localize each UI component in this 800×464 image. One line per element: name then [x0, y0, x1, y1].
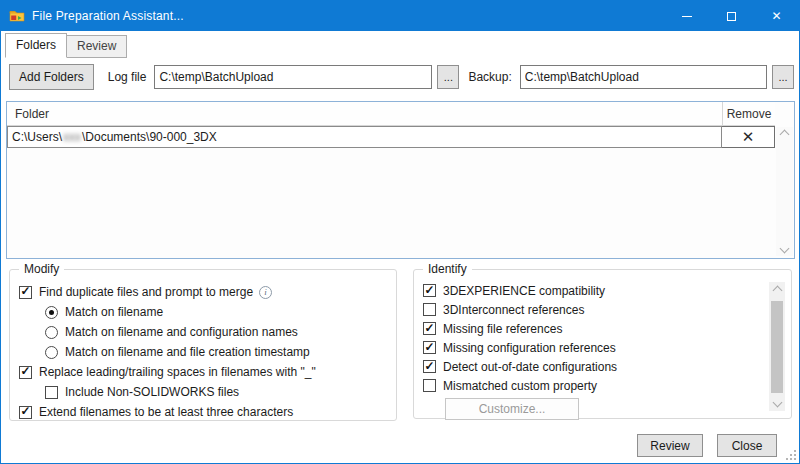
log-file-label: Log file [108, 70, 147, 84]
log-file-browse-button[interactable]: ... [437, 65, 459, 89]
minimize-button[interactable] [664, 1, 709, 31]
interconnect-label: 3DInterconnect references [443, 303, 584, 317]
mismatched-property-checkbox[interactable] [423, 379, 436, 392]
backup-input[interactable] [520, 65, 767, 89]
identify-scrollbar[interactable] [769, 282, 785, 411]
title-bar: File Preparation Assistant... ✕ [1, 1, 799, 31]
remove-column-header: Remove [722, 102, 775, 126]
maximize-icon [727, 12, 736, 21]
include-non-solidworks-option[interactable]: Include Non-SOLIDWORKS files [45, 382, 388, 402]
missing-config-refs-checkbox[interactable] [423, 341, 436, 354]
window-controls: ✕ [664, 1, 799, 31]
find-duplicates-checkbox[interactable] [19, 286, 32, 299]
match-filename-label: Match on filename [65, 305, 163, 319]
interconnect-option[interactable]: 3DInterconnect references [423, 300, 761, 319]
scroll-down-icon[interactable] [772, 398, 782, 408]
out-of-date-configs-checkbox[interactable] [423, 360, 436, 373]
identify-group-title: Identify [423, 262, 472, 276]
tab-folders[interactable]: Folders [5, 33, 67, 58]
out-of-date-configs-option[interactable]: Detect out-of-date configurations [423, 357, 761, 376]
match-timestamp-label: Match on filename and file creation time… [65, 345, 310, 359]
mismatched-property-label: Mismatched custom property [443, 379, 597, 393]
missing-config-refs-option[interactable]: Missing configuration references [423, 338, 761, 357]
maximize-button[interactable] [709, 1, 754, 31]
path-prefix: C:\Users\ [12, 130, 62, 144]
customize-row: Customize... [445, 398, 761, 420]
folder-list-panel: Folder Remove C:\Users\xxx\Documents\90-… [6, 101, 795, 259]
modify-group-title: Modify [19, 262, 64, 276]
folder-table-header: Folder Remove [7, 102, 775, 126]
compatibility-label: 3DEXPERIENCE compatibility [443, 284, 605, 298]
tab-bar: Folders Review [5, 33, 127, 58]
scrollbar-thumb[interactable] [771, 301, 783, 393]
add-folders-button[interactable]: Add Folders [9, 64, 94, 90]
table-row: C:\Users\xxx\Documents\90-000_3DX ✕ [7, 126, 775, 148]
match-config-radio[interactable] [45, 326, 58, 339]
extend-filenames-checkbox[interactable] [19, 406, 32, 419]
out-of-date-configs-label: Detect out-of-date configurations [443, 360, 617, 374]
app-folder-icon [9, 8, 25, 24]
path-redacted-username: xxx [63, 130, 81, 144]
close-window-button[interactable]: ✕ [754, 1, 799, 31]
mismatched-property-option[interactable]: Mismatched custom property [423, 376, 761, 395]
match-config-option[interactable]: Match on filename and configuration name… [45, 322, 388, 342]
replace-spaces-checkbox[interactable] [19, 366, 32, 379]
scroll-down-icon[interactable] [780, 244, 790, 254]
window-title: File Preparation Assistant... [32, 9, 184, 23]
backup-label: Backup: [468, 70, 511, 84]
match-timestamp-option[interactable]: Match on filename and file creation time… [45, 342, 388, 362]
replace-spaces-option[interactable]: Replace leading/trailing spaces in filen… [19, 362, 388, 382]
toolbar: Add Folders Log file ... Backup: ... [9, 63, 794, 91]
include-non-solidworks-label: Include Non-SOLIDWORKS files [65, 385, 239, 399]
scroll-up-icon[interactable] [780, 130, 790, 140]
match-filename-radio[interactable] [45, 306, 58, 319]
folder-path-cell[interactable]: C:\Users\xxx\Documents\90-000_3DX [7, 126, 722, 148]
compatibility-checkbox[interactable] [423, 284, 436, 297]
interconnect-checkbox[interactable] [423, 303, 436, 316]
missing-file-refs-option[interactable]: Missing file references [423, 319, 761, 338]
review-button[interactable]: Review [637, 434, 703, 457]
close-button[interactable]: Close [717, 434, 777, 457]
folder-column-header: Folder [7, 102, 722, 126]
identify-group: Identify 3DEXPERIENCE compatibility 3DIn… [413, 269, 792, 419]
find-duplicates-label: Find duplicate files and prompt to merge [39, 285, 253, 299]
modify-group: Modify Find duplicate files and prompt t… [9, 269, 397, 421]
info-icon[interactable]: i [259, 286, 272, 299]
find-duplicates-option[interactable]: Find duplicate files and prompt to merge… [19, 282, 388, 302]
folder-list-scrollbar[interactable] [776, 127, 793, 256]
backup-browse-button[interactable]: ... [772, 65, 794, 89]
remove-folder-button[interactable]: ✕ [722, 126, 775, 148]
customize-button[interactable]: Customize... [445, 398, 579, 420]
match-filename-option[interactable]: Match on filename [45, 302, 388, 322]
scroll-up-icon[interactable] [772, 286, 782, 296]
log-file-input[interactable] [154, 65, 432, 89]
resize-grip[interactable] [786, 450, 796, 460]
missing-config-refs-label: Missing configuration references [443, 341, 616, 355]
match-config-label: Match on filename and configuration name… [65, 325, 298, 339]
file-preparation-assistant-window: File Preparation Assistant... ✕ Folders … [0, 0, 800, 464]
extend-filenames-label: Extend filenames to be at least three ch… [39, 405, 293, 419]
minimize-icon [682, 16, 692, 17]
include-non-solidworks-checkbox[interactable] [45, 386, 58, 399]
compatibility-option[interactable]: 3DEXPERIENCE compatibility [423, 281, 761, 300]
extend-filenames-option[interactable]: Extend filenames to be at least three ch… [19, 402, 388, 422]
path-suffix: \Documents\90-000_3DX [82, 130, 217, 144]
match-timestamp-radio[interactable] [45, 346, 58, 359]
missing-file-refs-checkbox[interactable] [423, 322, 436, 335]
tab-review[interactable]: Review [67, 35, 127, 58]
missing-file-refs-label: Missing file references [443, 322, 562, 336]
close-icon: ✕ [771, 10, 781, 22]
replace-spaces-label: Replace leading/trailing spaces in filen… [39, 365, 316, 379]
